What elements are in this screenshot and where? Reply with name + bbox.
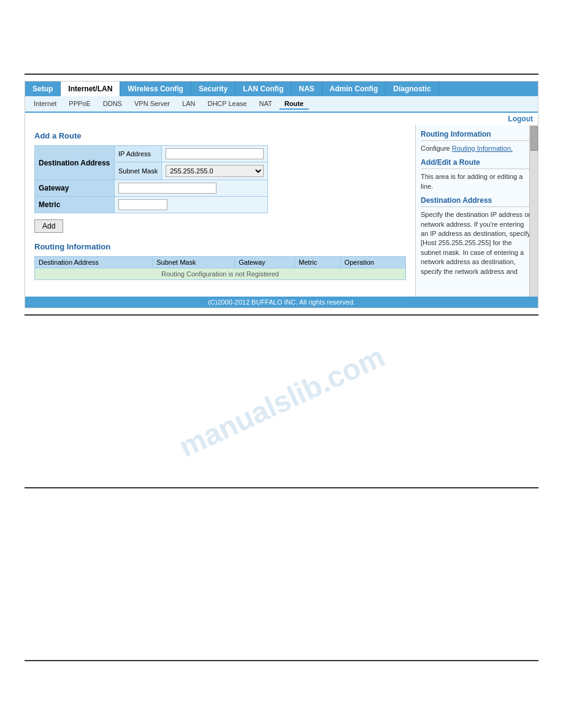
subtab-internet[interactable]: Internet bbox=[28, 98, 62, 110]
add-route-form: Destination Address IP Address Subnet Ma… bbox=[34, 145, 268, 213]
subtab-ddns[interactable]: DDNS bbox=[98, 98, 128, 110]
destination-address-label: Destination Address bbox=[35, 146, 115, 180]
tab-admin-config[interactable]: Admin Config bbox=[323, 82, 386, 96]
col-destination: Destination Address bbox=[35, 257, 153, 268]
sidebar-scroll-content: Routing Information Configure Routing In… bbox=[416, 125, 538, 286]
sidebar-destination-text: Specify the destination IP address or ne… bbox=[421, 210, 533, 276]
gateway-cell bbox=[115, 180, 268, 197]
gateway-row: Gateway bbox=[35, 180, 268, 197]
main-panel: Add a Route Destination Address IP Addre… bbox=[25, 125, 415, 297]
col-metric: Metric bbox=[295, 257, 341, 268]
subnet-mask-select[interactable]: 255.255.255.0 255.255.255.128 255.255.0.… bbox=[166, 165, 264, 177]
subnet-mask-cell: 255.255.255.0 255.255.255.128 255.255.0.… bbox=[162, 162, 268, 180]
hr-top bbox=[25, 74, 538, 75]
empty-message: Routing Configuration is not Registered bbox=[35, 268, 406, 280]
subtab-vpn-server[interactable]: VPN Server bbox=[129, 98, 175, 110]
sidebar-routing-info-link[interactable]: Routing Information. bbox=[452, 145, 513, 152]
metric-input[interactable]: 15 bbox=[118, 199, 167, 210]
ip-address-input[interactable] bbox=[166, 148, 264, 159]
tab-setup[interactable]: Setup bbox=[25, 82, 61, 96]
sidebar-add-edit-title: Add/Edit a Route bbox=[421, 158, 533, 169]
footer-bar: (C)2000-2012 BUFFALO INC. All rights res… bbox=[25, 297, 538, 308]
destination-address-row: Destination Address IP Address bbox=[35, 146, 268, 162]
tab-nas[interactable]: NAS bbox=[291, 82, 322, 96]
tab-wireless-config[interactable]: Wireless Config bbox=[120, 82, 191, 96]
sidebar-scrollbar[interactable] bbox=[529, 125, 538, 297]
bottom-section bbox=[0, 488, 563, 660]
logout-bar: Logout bbox=[25, 113, 538, 125]
subtab-pppoe[interactable]: PPPoE bbox=[63, 98, 96, 110]
router-ui: Setup Internet/LAN Wireless Config Secur… bbox=[25, 81, 538, 308]
tab-lan-config[interactable]: LAN Config bbox=[236, 82, 291, 96]
ip-address-label: IP Address bbox=[115, 146, 162, 162]
nav-tabs: Setup Internet/LAN Wireless Config Secur… bbox=[25, 82, 538, 96]
subtab-dhcp-lease[interactable]: DHCP Lease bbox=[202, 98, 252, 110]
gateway-input[interactable] bbox=[118, 183, 216, 194]
subtab-lan[interactable]: LAN bbox=[177, 98, 201, 110]
sidebar-routing-info-title: Routing Information bbox=[421, 130, 533, 141]
add-route-heading: Add a Route bbox=[34, 131, 406, 140]
metric-cell: 15 bbox=[115, 197, 268, 213]
sidebar-add-edit-text: This area is for adding or editing a lin… bbox=[421, 172, 533, 191]
routing-table: Destination Address Subnet Mask Gateway … bbox=[34, 256, 406, 280]
empty-row: Routing Configuration is not Registered bbox=[35, 268, 406, 280]
sidebar-routing-info-text: Configure Routing Information. bbox=[421, 144, 533, 153]
add-button[interactable]: Add bbox=[34, 219, 63, 233]
hr-mid2 bbox=[25, 660, 538, 661]
sidebar-panel: Routing Information Configure Routing In… bbox=[415, 125, 538, 297]
scrollbar-thumb[interactable] bbox=[530, 126, 538, 151]
subtab-route[interactable]: Route bbox=[279, 98, 309, 110]
subnet-mask-label: Subnet Mask bbox=[115, 162, 162, 180]
routing-table-header: Destination Address Subnet Mask Gateway … bbox=[35, 257, 406, 268]
routing-info-heading: Routing Information bbox=[34, 242, 406, 251]
watermark-text: manualslib.com bbox=[174, 339, 389, 463]
gateway-label: Gateway bbox=[35, 180, 115, 197]
ip-address-cell bbox=[162, 146, 268, 162]
watermark-area: manualslib.com bbox=[0, 316, 563, 487]
sub-tabs: Internet PPPoE DDNS VPN Server LAN DHCP … bbox=[25, 96, 538, 113]
top-spacer bbox=[0, 0, 563, 37]
col-subnet: Subnet Mask bbox=[153, 257, 235, 268]
page-wrapper: Setup Internet/LAN Wireless Config Secur… bbox=[0, 0, 563, 661]
routing-header-row: Destination Address Subnet Mask Gateway … bbox=[35, 257, 406, 268]
metric-label: Metric bbox=[35, 197, 115, 213]
col-operation: Operation bbox=[340, 257, 405, 268]
footer-text: (C)2000-2012 BUFFALO INC. All rights res… bbox=[208, 298, 355, 306]
tab-security[interactable]: Security bbox=[191, 82, 236, 96]
content-area: Add a Route Destination Address IP Addre… bbox=[25, 125, 538, 297]
logout-link[interactable]: Logout bbox=[508, 115, 533, 123]
subtab-nat[interactable]: NAT bbox=[253, 98, 277, 110]
routing-table-body: Routing Configuration is not Registered bbox=[35, 268, 406, 280]
col-gateway: Gateway bbox=[235, 257, 295, 268]
sidebar-destination-title: Destination Address bbox=[421, 196, 533, 207]
tab-internet-lan[interactable]: Internet/LAN bbox=[61, 82, 120, 96]
tab-diagnostic[interactable]: Diagnostic bbox=[386, 82, 439, 96]
metric-row: Metric 15 bbox=[35, 197, 268, 213]
